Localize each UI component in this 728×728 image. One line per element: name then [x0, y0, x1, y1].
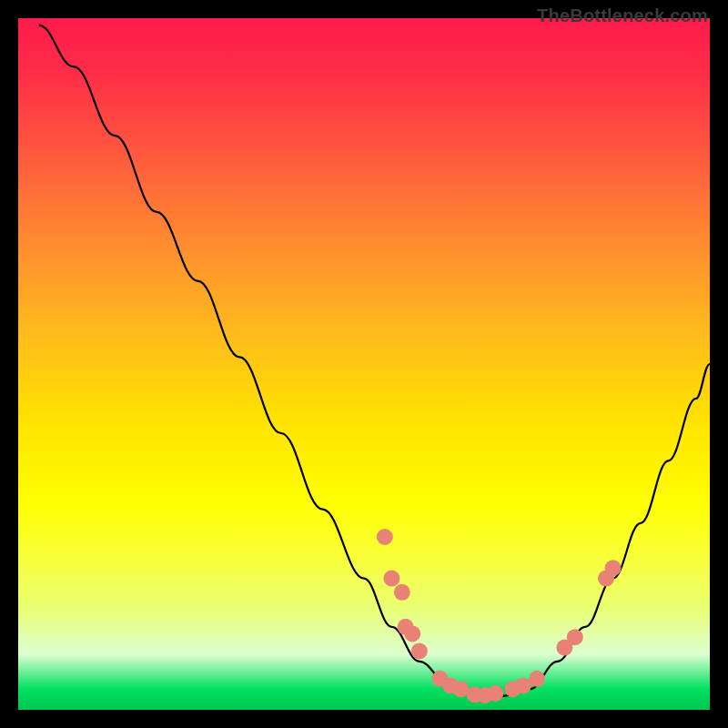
data-marker — [567, 629, 583, 645]
chart-markers — [377, 529, 622, 703]
chart-curve — [39, 25, 710, 696]
data-marker — [605, 560, 622, 576]
data-marker — [487, 685, 503, 702]
data-marker — [404, 625, 420, 642]
data-marker — [383, 571, 399, 587]
data-marker — [529, 671, 545, 687]
data-marker — [394, 584, 410, 601]
data-marker — [411, 642, 428, 659]
curve-svg — [18, 18, 710, 710]
chart-area — [18, 18, 710, 710]
data-marker — [377, 529, 393, 545]
watermark-text: TheBottleneck.com — [537, 5, 708, 26]
